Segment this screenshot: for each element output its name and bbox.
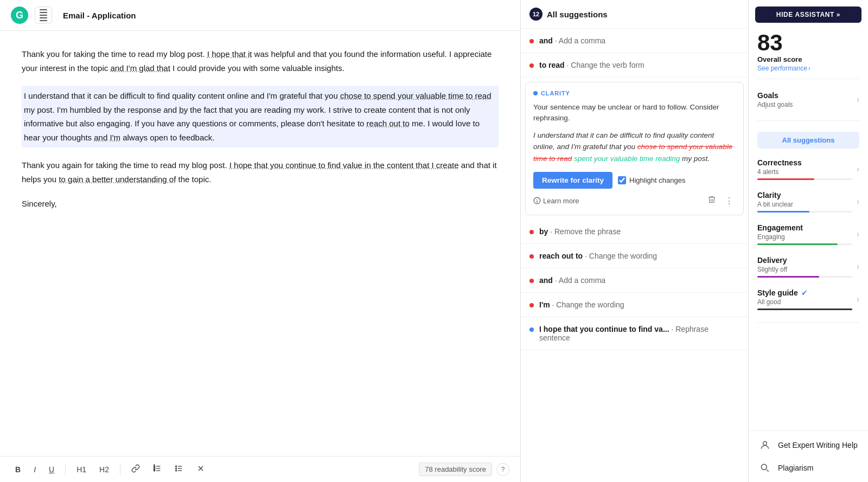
expert-icon bbox=[757, 438, 773, 453]
suggestion-item-by[interactable]: by · Remove the phrase bbox=[521, 220, 748, 244]
paragraph-3: Thank you again for taking the time to r… bbox=[22, 158, 499, 186]
help-button[interactable]: ? bbox=[496, 463, 509, 476]
highlight-changes-checkbox[interactable] bbox=[618, 176, 626, 184]
score-panel: HIDE ASSISTANT » 83 Overall score See pe… bbox=[749, 0, 868, 482]
expert-writing-link[interactable]: Get Expert Writing Help bbox=[757, 438, 859, 453]
suggestions-panel: 12 All suggestions and · Add a comma to … bbox=[521, 0, 749, 482]
suggestion-dot-red-3 bbox=[529, 230, 534, 234]
editor-content[interactable]: Thank you for taking the time to read my… bbox=[0, 31, 520, 456]
delete-suggestion-button[interactable] bbox=[705, 194, 718, 207]
overall-score-section: 83 Overall score See performance › bbox=[749, 23, 868, 72]
score-divider-bottom bbox=[757, 322, 859, 323]
see-performance-link[interactable]: See performance › bbox=[757, 65, 859, 72]
h1-button[interactable]: H1 bbox=[72, 463, 91, 476]
clarity-chevron: › bbox=[857, 197, 859, 207]
editor-area: G Email - Application Thank you for taki… bbox=[0, 0, 521, 482]
grammarly-logo: G bbox=[11, 7, 28, 24]
suggestion-word-and-2: and · Add a comma bbox=[539, 276, 605, 285]
suggestion-word-reachout: reach out to · Change the wording bbox=[539, 252, 657, 260]
goals-item[interactable]: Goals Adjust goals › bbox=[749, 86, 868, 114]
underline-by: by bbox=[179, 105, 188, 114]
clarity-bar bbox=[757, 211, 809, 213]
link-button[interactable] bbox=[127, 462, 144, 477]
delivery-bar bbox=[757, 276, 819, 278]
svg-point-11 bbox=[176, 470, 177, 471]
score-style-guide[interactable]: Style guide ✔ All good › bbox=[749, 283, 868, 316]
bold-button[interactable]: B bbox=[11, 463, 25, 476]
score-correctness[interactable]: Correctness 4 alerts › bbox=[749, 153, 868, 185]
clarity-footer: Learn more ⋮ bbox=[533, 194, 736, 207]
toolbar-divider-2 bbox=[120, 464, 120, 475]
editor-toolbar: B I U H1 H2 123 78 readability score ? bbox=[0, 456, 520, 482]
underline-reach-out: reach out to bbox=[367, 119, 410, 128]
suggestion-item-toread[interactable]: to read · Change the verb form bbox=[521, 53, 748, 78]
svg-point-9 bbox=[176, 466, 177, 467]
svg-point-17 bbox=[763, 441, 767, 445]
style-guide-chevron: › bbox=[857, 294, 859, 304]
unordered-list-button[interactable] bbox=[170, 462, 188, 477]
svg-text:3: 3 bbox=[154, 469, 155, 472]
bottom-links: Get Expert Writing Help Plagiarism bbox=[749, 430, 868, 482]
underline-gain: to gain a better understanding of bbox=[59, 175, 176, 184]
style-guide-check: ✔ bbox=[801, 288, 808, 297]
suggestion-dot-blue bbox=[529, 327, 534, 332]
suggestion-dot-red-4 bbox=[529, 254, 534, 259]
svg-point-16 bbox=[537, 202, 537, 202]
underline-im: I'm bbox=[110, 133, 120, 142]
suggestion-count-badge: 12 bbox=[529, 8, 542, 21]
ordered-list-button[interactable]: 123 bbox=[149, 462, 166, 477]
learn-more-link[interactable]: Learn more bbox=[533, 197, 579, 205]
toolbar-divider-1 bbox=[65, 464, 66, 475]
more-options-button[interactable]: ⋮ bbox=[723, 195, 736, 207]
suggestion-word-ihope: I hope that you continue to find va... ·… bbox=[539, 325, 739, 342]
suggestion-item-reachout[interactable]: reach out to · Change the wording bbox=[521, 244, 748, 268]
clarity-description: Your sentence may be unclear or hard to … bbox=[533, 102, 736, 124]
suggestion-item-im[interactable]: I'm · Change the wording bbox=[521, 293, 748, 317]
suggestions-header: 12 All suggestions bbox=[521, 0, 748, 29]
underline-glad: and I'm glad that bbox=[110, 63, 170, 73]
paragraph-1: Thank you for taking the time to read my… bbox=[22, 47, 499, 75]
suggestion-item-and-1[interactable]: and · Add a comma bbox=[521, 29, 748, 53]
editor-header: G Email - Application bbox=[0, 0, 520, 31]
clarity-label: CLARITY bbox=[533, 90, 736, 97]
overall-score-number: 83 bbox=[757, 31, 859, 54]
clear-format-button[interactable] bbox=[192, 462, 209, 477]
score-clarity[interactable]: Clarity A bit unclear › bbox=[749, 185, 868, 218]
underline-hope: I hope that it bbox=[207, 49, 252, 59]
score-delivery[interactable]: Delivery Slightly off › bbox=[749, 250, 868, 283]
plagiarism-link[interactable]: Plagiarism bbox=[757, 460, 859, 475]
clarity-suggestion-text: I understand that it can be difficult to… bbox=[533, 130, 736, 165]
menu-button[interactable] bbox=[35, 7, 52, 24]
style-guide-bar bbox=[757, 309, 852, 310]
suggestion-word-and-1: and · Add a comma bbox=[539, 36, 605, 45]
suggestion-dot-red bbox=[529, 39, 534, 43]
highlight-changes-label[interactable]: Highlight changes bbox=[618, 176, 685, 184]
engagement-bar bbox=[757, 243, 838, 245]
hide-assistant-button[interactable]: HIDE ASSISTANT » bbox=[755, 7, 861, 23]
suggestion-dot-red-6 bbox=[529, 303, 534, 307]
delivery-chevron: › bbox=[857, 262, 859, 272]
score-divider-1 bbox=[757, 79, 859, 79]
all-suggestions-button[interactable]: All suggestions bbox=[757, 132, 859, 149]
card-actions: ⋮ bbox=[705, 194, 736, 207]
clarity-dot bbox=[533, 91, 538, 95]
suggestion-dot-red-5 bbox=[529, 279, 534, 283]
overall-score-label: Overall score bbox=[757, 55, 859, 63]
score-engagement[interactable]: Engagement Engaging › bbox=[749, 218, 868, 250]
score-divider-2 bbox=[757, 120, 859, 121]
rewrite-for-clarity-button[interactable]: Rewrite for clarity bbox=[533, 172, 612, 189]
h2-button[interactable]: H2 bbox=[95, 463, 113, 476]
correctness-chevron: › bbox=[857, 164, 859, 174]
plagiarism-icon bbox=[757, 460, 773, 475]
suggestion-item-and-2[interactable]: and · Add a comma bbox=[521, 268, 748, 293]
suggestions-title: All suggestions bbox=[547, 10, 608, 19]
insert-phrase: spent your valuable time reading bbox=[574, 155, 680, 163]
engagement-chevron: › bbox=[857, 229, 859, 239]
paragraph-2: I understand that it can be difficult to… bbox=[22, 86, 499, 147]
italic-button[interactable]: I bbox=[29, 463, 40, 476]
suggestion-dot-red-2 bbox=[529, 63, 534, 68]
readability-score[interactable]: 78 readability score bbox=[419, 462, 492, 476]
suggestion-word-toread: to read · Change the verb form bbox=[539, 61, 644, 69]
suggestion-item-ihope[interactable]: I hope that you continue to find va... ·… bbox=[521, 317, 748, 350]
underline-button[interactable]: U bbox=[44, 463, 59, 476]
